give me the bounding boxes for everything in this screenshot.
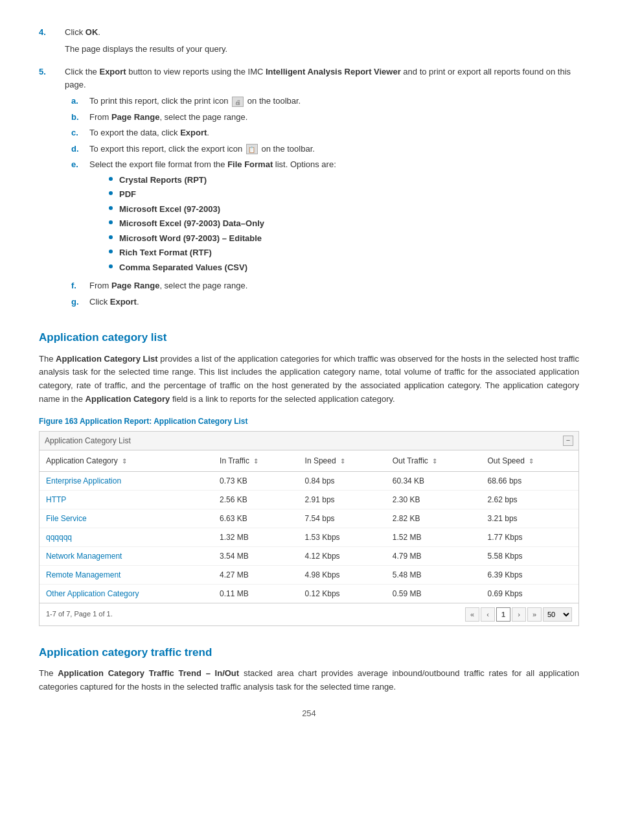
cell-out-traffic: 60.34 KB — [386, 471, 481, 490]
sub-step-f-content: From Page Range, select the page range. — [89, 279, 579, 292]
cell-out-speed: 1.77 Kbps — [481, 528, 578, 546]
table-collapse-button[interactable]: − — [563, 436, 573, 446]
cell-in-traffic: 3.54 MB — [213, 546, 298, 565]
sub-step-e-letter: e. — [71, 158, 89, 276]
col-app-category[interactable]: Application Category ⇕ — [40, 450, 213, 472]
export-icon: 📋 — [246, 144, 258, 154]
sub-step-f-letter: f. — [71, 279, 89, 292]
step-4: 4. Click OK. The page displays the resul… — [39, 26, 579, 59]
step-4-main: Click OK. — [65, 26, 579, 39]
cell-out-speed: 2.62 bps — [481, 490, 578, 509]
section2-paragraph: The Application Category Traffic Trend –… — [39, 667, 579, 694]
col-in-speed[interactable]: In Speed ⇕ — [299, 450, 386, 472]
cell-in-traffic: 4.27 MB — [213, 565, 298, 584]
sub-step-a-content: To print this report, click the print ic… — [89, 95, 579, 108]
table-row: Network Management3.54 MB4.12 Kbps4.79 M… — [40, 546, 578, 565]
app-category-link[interactable]: qqqqqq — [46, 533, 72, 542]
section2-heading: Application category traffic trend — [39, 644, 579, 661]
cell-in-speed: 4.98 Kbps — [299, 565, 386, 584]
step-4-number: 4. — [39, 26, 65, 59]
page-prev-button[interactable]: ‹ — [481, 607, 495, 622]
table-body: Enterprise Application0.73 KB0.84 bps60.… — [40, 471, 578, 603]
page-size-select[interactable]: 50 100 — [543, 607, 572, 622]
format-option-4: Microsoft Excel (97-2003) Data–Only — [119, 217, 264, 230]
export-format-list: Crystal Reports (RPT) PDF Microsoft Exce… — [109, 174, 579, 274]
cell-out-speed: 68.66 bps — [481, 471, 578, 490]
app-category-link[interactable]: Network Management — [46, 552, 122, 561]
list-item: Comma Separated Values (CSV) — [109, 261, 579, 274]
step-5-main: Click the Export button to view reports … — [65, 65, 579, 91]
sub-step-e: e. Select the export file format from th… — [71, 158, 579, 276]
pagination: « ‹ 1 › » 50 100 — [465, 607, 572, 622]
sort-icon-out-speed[interactable]: ⇕ — [529, 456, 534, 466]
bullet-dot — [109, 220, 113, 224]
table-row: Other Application Category0.11 MB0.12 Kb… — [40, 584, 578, 603]
table-row: qqqqqq1.32 MB1.53 Kbps1.52 MB1.77 Kbps — [40, 528, 578, 546]
list-item: Microsoft Excel (97-2003) Data–Only — [109, 217, 579, 230]
cell-app-category[interactable]: File Service — [40, 509, 213, 528]
cell-app-category[interactable]: qqqqqq — [40, 528, 213, 546]
list-item: Microsoft Excel (97-2003) — [109, 203, 579, 216]
cell-in-traffic: 0.73 KB — [213, 471, 298, 490]
app-category-link[interactable]: Remote Management — [46, 570, 120, 579]
sort-icon-out-traffic[interactable]: ⇕ — [432, 456, 437, 466]
cell-in-speed: 1.53 Kbps — [299, 528, 386, 546]
step-5-content: Click the Export button to view reports … — [65, 65, 579, 311]
sub-steps: a. To print this report, click the print… — [71, 95, 579, 308]
col-app-category-label: Application Category — [46, 456, 118, 465]
col-out-traffic[interactable]: Out Traffic ⇕ — [386, 450, 481, 472]
sort-icon-in-traffic[interactable]: ⇕ — [253, 456, 258, 466]
list-item: PDF — [109, 188, 579, 201]
cell-in-speed: 0.84 bps — [299, 471, 386, 490]
cell-app-category[interactable]: Enterprise Application — [40, 471, 213, 490]
format-option-2: PDF — [119, 188, 136, 201]
page-next-button[interactable]: › — [512, 607, 526, 622]
col-out-speed[interactable]: Out Speed ⇕ — [481, 450, 578, 472]
cell-out-speed: 5.58 Kbps — [481, 546, 578, 565]
app-category-link[interactable]: Other Application Category — [46, 589, 139, 598]
col-in-traffic-label: In Traffic — [220, 456, 249, 465]
cell-out-traffic: 1.52 MB — [386, 528, 481, 546]
sub-step-d-letter: d. — [71, 143, 89, 156]
sort-icon-app-category[interactable]: ⇕ — [122, 456, 127, 466]
app-category-link[interactable]: HTTP — [46, 495, 66, 504]
list-item: Rich Text Format (RTF) — [109, 246, 579, 259]
page-1-button[interactable]: 1 — [496, 607, 510, 622]
cell-in-traffic: 6.63 KB — [213, 509, 298, 528]
col-out-traffic-label: Out Traffic — [393, 456, 428, 465]
cell-out-traffic: 2.30 KB — [386, 490, 481, 509]
cell-in-traffic: 2.56 KB — [213, 490, 298, 509]
sub-step-d-content: To export this report, click the export … — [89, 143, 579, 156]
cell-app-category[interactable]: Other Application Category — [40, 584, 213, 603]
cell-app-category[interactable]: Network Management — [40, 546, 213, 565]
sort-icon-in-speed[interactable]: ⇕ — [340, 456, 345, 466]
app-category-link[interactable]: Enterprise Application — [46, 476, 121, 485]
cell-app-category[interactable]: Remote Management — [40, 565, 213, 584]
col-out-speed-label: Out Speed — [488, 456, 525, 465]
app-category-link[interactable]: File Service — [46, 514, 87, 523]
sub-step-b-letter: b. — [71, 111, 89, 124]
list-item: Microsoft Word (97-2003) – Editable — [109, 232, 579, 245]
cell-in-speed: 7.54 bps — [299, 509, 386, 528]
sub-step-a-letter: a. — [71, 95, 89, 108]
format-option-3: Microsoft Excel (97-2003) — [119, 203, 220, 216]
col-in-traffic[interactable]: In Traffic ⇕ — [213, 450, 298, 472]
col-in-speed-label: In Speed — [305, 456, 336, 465]
step-4-sub: The page displays the results of your qu… — [65, 43, 579, 56]
bullet-dot — [109, 235, 113, 239]
list-item: Crystal Reports (RPT) — [109, 174, 579, 187]
step-4-content: Click OK. The page displays the results … — [65, 26, 579, 59]
cell-in-speed: 4.12 Kbps — [299, 546, 386, 565]
format-option-6: Rich Text Format (RTF) — [119, 246, 212, 259]
cell-out-speed: 6.39 Kbps — [481, 565, 578, 584]
figure-caption: Figure 163 Application Report: Applicati… — [39, 415, 579, 427]
cell-app-category[interactable]: HTTP — [40, 490, 213, 509]
sub-step-c: c. To export the data, click Export. — [71, 126, 579, 139]
cell-out-traffic: 4.79 MB — [386, 546, 481, 565]
page-number: 254 — [39, 707, 579, 720]
page-last-button[interactable]: » — [527, 607, 542, 622]
page-first-button[interactable]: « — [465, 607, 479, 622]
cell-in-speed: 2.91 bps — [299, 490, 386, 509]
table-row: Enterprise Application0.73 KB0.84 bps60.… — [40, 471, 578, 490]
app-category-table: Application Category ⇕ In Traffic ⇕ In S… — [40, 450, 578, 603]
